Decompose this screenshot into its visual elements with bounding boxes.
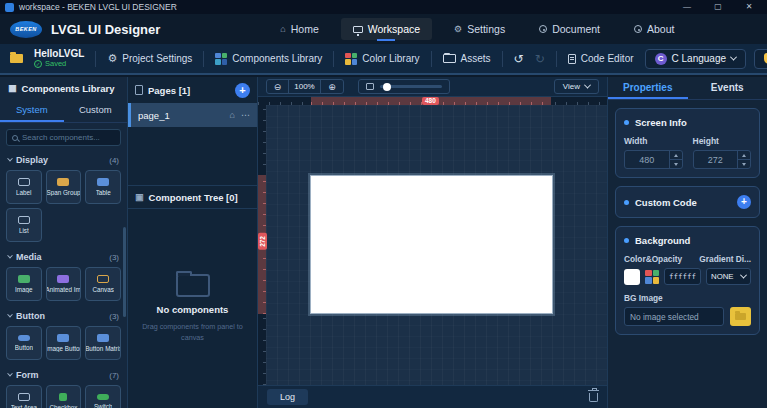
screen-info-card: Screen Info Width: [615, 108, 760, 178]
home-page-icon[interactable]: ⌂: [230, 110, 235, 120]
app-icon: [5, 3, 14, 12]
minimize-button[interactable]: —: [674, 0, 700, 14]
height-step-up[interactable]: [738, 151, 750, 159]
home-icon: ⌂: [280, 25, 285, 34]
color-picker-icon[interactable]: [645, 270, 659, 284]
section-header-display[interactable]: Display(4): [0, 150, 127, 168]
component-card-button[interactable]: Button: [6, 326, 42, 360]
section-header-form[interactable]: Form(7): [0, 365, 127, 383]
component-card-image-button[interactable]: Image Button: [46, 326, 82, 360]
chevron-down-icon: [7, 253, 13, 259]
background-card: Background Color&Opacity Gradient Di... …: [615, 226, 760, 335]
components-panel-header: ▦ Components Library: [0, 77, 127, 99]
width-input[interactable]: [625, 151, 669, 168]
bg-image-label: BG Image: [624, 293, 751, 303]
design-canvas[interactable]: [266, 105, 607, 385]
components-library-button[interactable]: Components Library: [215, 53, 322, 65]
tab-system[interactable]: System: [0, 99, 64, 122]
gear-icon: ⚙: [107, 53, 117, 64]
clear-log-icon[interactable]: [589, 393, 598, 402]
project-toolbar: HelloLVGL ✓Saved ⚙Project Settings Compo…: [0, 44, 767, 75]
component-card-animated-image[interactable]: Animated Image: [46, 267, 82, 301]
image-icon: [18, 275, 30, 283]
section-header-media[interactable]: Media(3): [0, 247, 127, 265]
component-card-label[interactable]: Label: [6, 170, 42, 204]
section-grid-form: Text AreaCheckboxSwitchSliderDropdownRol…: [0, 383, 127, 408]
background-header: Background: [624, 235, 751, 246]
code-editor-button[interactable]: Code Editor: [568, 53, 634, 64]
height-input[interactable]: [694, 151, 738, 168]
design-screen[interactable]: [310, 175, 553, 314]
assets-button[interactable]: Assets: [443, 53, 491, 64]
component-card-switch[interactable]: Switch: [85, 385, 121, 408]
pages-header: Pages [1] +: [128, 77, 257, 103]
component-card-button-matrix[interactable]: Button Matrix: [85, 326, 121, 360]
height-stepper: [737, 151, 750, 168]
components-scrollbar[interactable]: [123, 227, 126, 317]
close-button[interactable]: ✕: [736, 0, 762, 14]
bg-image-input[interactable]: [624, 307, 724, 326]
log-toggle-button[interactable]: Log: [267, 389, 308, 405]
zoom-out-button[interactable]: ⊖: [267, 80, 289, 93]
undo-button[interactable]: ↺: [514, 53, 524, 65]
component-card-canvas[interactable]: Canvas: [85, 267, 121, 301]
log-bar: Log: [258, 385, 607, 408]
window-title: workspace - BEKEN LVGL UI DESIGNER: [19, 2, 177, 12]
add-custom-code-button[interactable]: +: [737, 195, 751, 209]
nav-workspace[interactable]: Workspace: [341, 18, 432, 40]
zoom-slider-thumb[interactable]: [383, 83, 391, 91]
component-search[interactable]: [6, 129, 121, 146]
canvas-area: ⊖ 100% ⊕ View 480 272: [258, 77, 607, 408]
width-step-up[interactable]: [670, 151, 682, 159]
nav-about[interactable]: About: [622, 18, 686, 40]
zoom-slider[interactable]: [380, 85, 442, 88]
nav-document[interactable]: Document: [527, 18, 612, 40]
component-card-text-area[interactable]: Text Area: [6, 385, 42, 408]
height-step-down[interactable]: [738, 159, 750, 168]
canvas-toolbar: ⊖ 100% ⊕ View: [258, 77, 607, 97]
vertical-ruler: 272: [258, 105, 266, 385]
view-dropdown[interactable]: View: [554, 79, 599, 94]
width-step-down[interactable]: [670, 159, 682, 168]
page-more-button[interactable]: ⋯: [241, 110, 250, 120]
switch-icon: [97, 394, 109, 400]
fit-canvas-icon[interactable]: [366, 83, 374, 90]
component-card-checkbox[interactable]: Checkbox: [46, 385, 82, 408]
page-name: page_1: [138, 110, 170, 121]
add-page-button[interactable]: +: [235, 83, 250, 98]
zoom-in-button[interactable]: ⊕: [321, 80, 343, 93]
component-card-table[interactable]: Table: [85, 170, 121, 204]
chevron-down-icon: [7, 371, 13, 377]
search-input[interactable]: [22, 133, 115, 142]
micropython-button[interactable]: MicroPython: [754, 49, 767, 69]
height-label: Height: [693, 136, 752, 146]
component-card-list[interactable]: List: [6, 208, 42, 242]
tab-properties[interactable]: Properties: [608, 77, 688, 99]
section-header-button[interactable]: Button(3): [0, 306, 127, 324]
redo-button[interactable]: ↻: [535, 53, 545, 65]
color-library-button[interactable]: Color Library: [345, 53, 419, 65]
project-settings-button[interactable]: ⚙Project Settings: [107, 53, 192, 64]
c-language-button[interactable]: CC Language: [645, 49, 747, 69]
bullet-icon: [624, 238, 629, 243]
workspace-icon: [353, 26, 363, 33]
page-row-page-1[interactable]: page_1 ⌂ ⋯: [128, 103, 257, 127]
color-swatch[interactable]: [624, 269, 640, 285]
checkbox-icon: [59, 393, 67, 401]
component-card-image[interactable]: Image: [6, 267, 42, 301]
span-group-icon: [57, 178, 69, 186]
tab-events[interactable]: Events: [688, 77, 767, 99]
horizontal-ruler: 480: [258, 97, 607, 105]
pages-icon: [135, 85, 143, 95]
custom-code-header: Custom Code +: [624, 195, 751, 209]
nav-home[interactable]: ⌂Home: [268, 18, 330, 40]
color-hex-input[interactable]: [664, 268, 701, 285]
nav-settings[interactable]: ⚙Settings: [442, 18, 517, 40]
tab-custom[interactable]: Custom: [64, 99, 128, 122]
folder-icon: [735, 313, 746, 320]
components-tabs: System Custom: [0, 99, 127, 123]
browse-image-button[interactable]: [730, 307, 751, 326]
component-card-span-group[interactable]: Span Group: [46, 170, 82, 204]
gradient-direction-dropdown[interactable]: NONE: [706, 268, 751, 285]
maximize-button[interactable]: ▢: [705, 0, 731, 14]
